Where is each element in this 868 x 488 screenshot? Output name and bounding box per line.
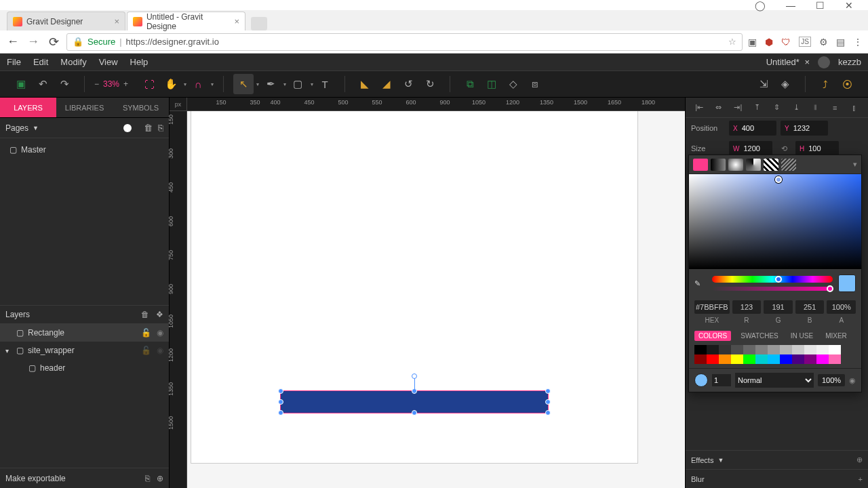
undo-button[interactable]: ↶ [33, 74, 53, 94]
ext-icon[interactable]: ⬢ [765, 37, 773, 47]
canvas[interactable] [187, 111, 685, 488]
opacity-value-field[interactable] [712, 374, 731, 386]
chevron-down-icon[interactable]: ▾ [853, 160, 857, 169]
swatch[interactable] [816, 354, 829, 364]
import-button[interactable]: ⇲ [753, 74, 774, 94]
align-top-icon[interactable]: ⤒ [750, 100, 765, 115]
swatch[interactable] [743, 345, 755, 354]
g-field[interactable]: 191 [764, 300, 793, 314]
add-page-icon[interactable]: ⎘ [158, 123, 163, 133]
ext-icon[interactable]: 🛡 [781, 37, 791, 47]
fit-button[interactable]: ⛶ [139, 74, 159, 94]
link-icon[interactable]: ⟲ [776, 144, 791, 153]
url-field[interactable]: 🔒 Secure | https://designer.gravit.io ☆ [66, 33, 743, 51]
swatch[interactable] [707, 354, 719, 364]
size-h-field[interactable]: H100 [795, 141, 839, 156]
trash-icon[interactable]: 🗑 [141, 310, 149, 319]
opacity-pct-field[interactable]: 100% [818, 374, 845, 386]
menu-edit[interactable]: Edit [33, 57, 48, 67]
browser-tab-2[interactable]: Untitled - Gravit Designe × [127, 12, 245, 30]
minimize-icon[interactable]: — [786, 0, 795, 11]
layers-icon[interactable]: ❖ [156, 310, 163, 319]
eye-icon[interactable]: ◉ [157, 346, 163, 355]
swatch[interactable] [816, 345, 829, 354]
new-tab-button[interactable] [251, 17, 267, 30]
ruler-vertical[interactable]: 1503004506007509001050120013501500 [170, 111, 187, 488]
swatch[interactable] [731, 345, 743, 354]
swatch[interactable] [780, 354, 792, 364]
chevron-down-icon[interactable]: ▼ [717, 457, 724, 464]
swatch[interactable] [755, 354, 768, 364]
lock-icon[interactable]: 🔓 [141, 346, 151, 355]
swatch[interactable] [719, 345, 731, 354]
swatch[interactable] [768, 345, 780, 354]
add-icon[interactable]: ⊕ [157, 474, 163, 483]
fill-noise[interactable] [781, 159, 796, 171]
align-center-h-icon[interactable]: ⇔ [711, 100, 726, 115]
fill-angular[interactable] [746, 159, 761, 171]
zoom-out-button[interactable]: − [94, 79, 99, 89]
save-button[interactable]: ▣ [11, 74, 31, 94]
ext-icon[interactable]: ▤ [836, 37, 845, 47]
swatch[interactable] [694, 345, 707, 354]
maximize-icon[interactable]: ☐ [816, 0, 825, 11]
text-tool[interactable]: T [315, 74, 335, 94]
browser-menu-icon[interactable]: ⋮ [853, 37, 863, 47]
tab-close-icon[interactable]: × [114, 16, 119, 26]
add-effect-icon[interactable]: ⊕ [856, 455, 863, 464]
pos-y-field[interactable]: Y1232 [781, 121, 828, 136]
close-window-icon[interactable]: ✕ [845, 0, 853, 11]
swatch[interactable] [743, 354, 755, 364]
layer-item-site-wrapper[interactable]: ▾ ▢ site_wrapper 🔓 ◉ [0, 342, 169, 359]
selected-rectangle[interactable] [280, 390, 549, 413]
fill-pattern[interactable] [764, 159, 778, 171]
trash-icon[interactable]: 🗑 [144, 123, 153, 133]
tab-inuse[interactable]: IN USE [788, 331, 816, 341]
fill-linear[interactable] [711, 159, 726, 171]
redo-button[interactable]: ↷ [54, 74, 75, 94]
align-center-v-icon[interactable]: ⇕ [769, 100, 784, 115]
tab-layers[interactable]: LAYERS [0, 98, 56, 117]
pos-x-field[interactable]: X400 [729, 121, 776, 136]
swatch[interactable] [804, 354, 816, 364]
distribute-h-icon[interactable]: ⫴ [808, 100, 823, 115]
compound-button[interactable]: ⧇ [525, 74, 545, 94]
rotate-cw-button[interactable]: ↻ [420, 74, 440, 94]
export-icon[interactable]: ⎘ [145, 474, 150, 483]
align-right-icon[interactable]: ⇥| [730, 100, 745, 115]
swatch[interactable] [755, 345, 768, 354]
align-left-icon[interactable]: |⇤ [692, 100, 707, 115]
fill-radial[interactable] [728, 159, 743, 171]
menu-view[interactable]: View [99, 57, 118, 67]
swatch[interactable] [792, 354, 804, 364]
mask-button[interactable]: ◫ [481, 74, 502, 94]
align-bottom-icon[interactable]: ⤓ [789, 100, 804, 115]
disclosure-triangle[interactable]: ▾ [5, 347, 12, 354]
fill-swatch[interactable] [694, 373, 708, 387]
reload-button[interactable]: ⟳ [46, 35, 61, 49]
tab-swatches[interactable]: SWATCHES [738, 331, 781, 341]
blend-mode-select[interactable]: Normal [735, 373, 814, 388]
eye-icon[interactable]: ◉ [157, 328, 163, 338]
b-field[interactable]: 251 [795, 300, 825, 314]
browser-tab-1[interactable]: Gravit Designer × [7, 12, 125, 30]
page-item-master[interactable]: ▢ Master [5, 142, 163, 157]
symbols-button[interactable]: ◈ [775, 74, 795, 94]
present-button[interactable]: ⦿ [837, 74, 857, 94]
swatch[interactable] [694, 354, 707, 364]
swatch[interactable] [707, 345, 719, 354]
swatch[interactable] [731, 354, 743, 364]
back-button[interactable]: ← [5, 35, 20, 49]
fill-solid[interactable] [693, 159, 708, 171]
tab-mixer[interactable]: MIXER [823, 331, 850, 341]
alpha-slider[interactable] [712, 287, 833, 291]
username[interactable]: kezzb [838, 57, 861, 67]
group-button[interactable]: ⧉ [460, 74, 480, 94]
flip-h-button[interactable]: ◣ [355, 74, 375, 94]
tab-symbols[interactable]: SYMBOLS [113, 98, 169, 117]
snap-tool[interactable]: ∩ [188, 74, 208, 94]
document-tab[interactable]: Untitled* × [766, 57, 810, 67]
export-button[interactable]: ⤴ [815, 74, 835, 94]
swatch[interactable] [792, 345, 804, 354]
menu-modify[interactable]: Modify [60, 57, 86, 67]
